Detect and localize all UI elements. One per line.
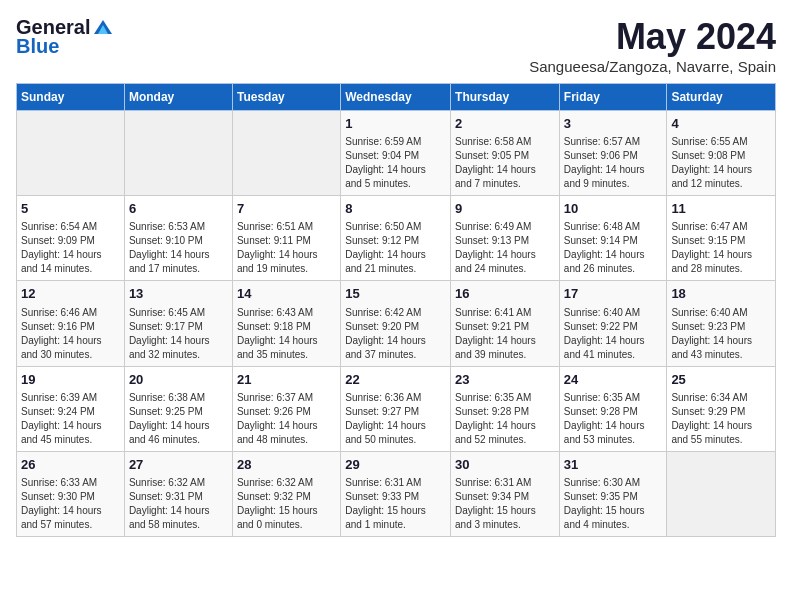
calendar-cell bbox=[17, 111, 125, 196]
day-info: Sunrise: 6:53 AM Sunset: 9:10 PM Dayligh… bbox=[129, 220, 228, 276]
calendar-table: SundayMondayTuesdayWednesdayThursdayFrid… bbox=[16, 83, 776, 537]
calendar-cell: 31Sunrise: 6:30 AM Sunset: 9:35 PM Dayli… bbox=[559, 451, 667, 536]
calendar-cell: 18Sunrise: 6:40 AM Sunset: 9:23 PM Dayli… bbox=[667, 281, 776, 366]
weekday-header-row: SundayMondayTuesdayWednesdayThursdayFrid… bbox=[17, 84, 776, 111]
calendar-week-row: 19Sunrise: 6:39 AM Sunset: 9:24 PM Dayli… bbox=[17, 366, 776, 451]
day-number: 8 bbox=[345, 200, 446, 218]
calendar-week-row: 12Sunrise: 6:46 AM Sunset: 9:16 PM Dayli… bbox=[17, 281, 776, 366]
day-info: Sunrise: 6:59 AM Sunset: 9:04 PM Dayligh… bbox=[345, 135, 446, 191]
logo-blue-text: Blue bbox=[16, 35, 59, 58]
day-number: 17 bbox=[564, 285, 663, 303]
calendar-cell bbox=[124, 111, 232, 196]
weekday-header-tuesday: Tuesday bbox=[232, 84, 340, 111]
day-info: Sunrise: 6:47 AM Sunset: 9:15 PM Dayligh… bbox=[671, 220, 771, 276]
calendar-cell: 15Sunrise: 6:42 AM Sunset: 9:20 PM Dayli… bbox=[341, 281, 451, 366]
calendar-cell: 29Sunrise: 6:31 AM Sunset: 9:33 PM Dayli… bbox=[341, 451, 451, 536]
day-info: Sunrise: 6:40 AM Sunset: 9:22 PM Dayligh… bbox=[564, 306, 663, 362]
calendar-cell: 21Sunrise: 6:37 AM Sunset: 9:26 PM Dayli… bbox=[232, 366, 340, 451]
day-number: 30 bbox=[455, 456, 555, 474]
calendar-week-row: 5Sunrise: 6:54 AM Sunset: 9:09 PM Daylig… bbox=[17, 196, 776, 281]
day-number: 23 bbox=[455, 371, 555, 389]
day-number: 22 bbox=[345, 371, 446, 389]
weekday-header-thursday: Thursday bbox=[451, 84, 560, 111]
calendar-cell: 26Sunrise: 6:33 AM Sunset: 9:30 PM Dayli… bbox=[17, 451, 125, 536]
calendar-cell: 20Sunrise: 6:38 AM Sunset: 9:25 PM Dayli… bbox=[124, 366, 232, 451]
day-info: Sunrise: 6:37 AM Sunset: 9:26 PM Dayligh… bbox=[237, 391, 336, 447]
calendar-cell: 3Sunrise: 6:57 AM Sunset: 9:06 PM Daylig… bbox=[559, 111, 667, 196]
calendar-cell: 19Sunrise: 6:39 AM Sunset: 9:24 PM Dayli… bbox=[17, 366, 125, 451]
day-info: Sunrise: 6:40 AM Sunset: 9:23 PM Dayligh… bbox=[671, 306, 771, 362]
weekday-header-sunday: Sunday bbox=[17, 84, 125, 111]
page-header: General Blue May 2024 Sangueesa/Zangoza,… bbox=[16, 16, 776, 75]
calendar-week-row: 26Sunrise: 6:33 AM Sunset: 9:30 PM Dayli… bbox=[17, 451, 776, 536]
day-info: Sunrise: 6:42 AM Sunset: 9:20 PM Dayligh… bbox=[345, 306, 446, 362]
day-info: Sunrise: 6:35 AM Sunset: 9:28 PM Dayligh… bbox=[564, 391, 663, 447]
day-number: 15 bbox=[345, 285, 446, 303]
day-info: Sunrise: 6:35 AM Sunset: 9:28 PM Dayligh… bbox=[455, 391, 555, 447]
day-info: Sunrise: 6:54 AM Sunset: 9:09 PM Dayligh… bbox=[21, 220, 120, 276]
calendar-cell: 6Sunrise: 6:53 AM Sunset: 9:10 PM Daylig… bbox=[124, 196, 232, 281]
day-info: Sunrise: 6:36 AM Sunset: 9:27 PM Dayligh… bbox=[345, 391, 446, 447]
day-info: Sunrise: 6:41 AM Sunset: 9:21 PM Dayligh… bbox=[455, 306, 555, 362]
day-number: 18 bbox=[671, 285, 771, 303]
day-info: Sunrise: 6:31 AM Sunset: 9:33 PM Dayligh… bbox=[345, 476, 446, 532]
day-number: 28 bbox=[237, 456, 336, 474]
day-info: Sunrise: 6:57 AM Sunset: 9:06 PM Dayligh… bbox=[564, 135, 663, 191]
day-number: 11 bbox=[671, 200, 771, 218]
day-info: Sunrise: 6:32 AM Sunset: 9:31 PM Dayligh… bbox=[129, 476, 228, 532]
day-number: 27 bbox=[129, 456, 228, 474]
day-number: 6 bbox=[129, 200, 228, 218]
day-number: 13 bbox=[129, 285, 228, 303]
day-info: Sunrise: 6:58 AM Sunset: 9:05 PM Dayligh… bbox=[455, 135, 555, 191]
day-info: Sunrise: 6:38 AM Sunset: 9:25 PM Dayligh… bbox=[129, 391, 228, 447]
day-info: Sunrise: 6:33 AM Sunset: 9:30 PM Dayligh… bbox=[21, 476, 120, 532]
location-title: Sangueesa/Zangoza, Navarre, Spain bbox=[529, 58, 776, 75]
day-number: 10 bbox=[564, 200, 663, 218]
day-number: 5 bbox=[21, 200, 120, 218]
day-number: 12 bbox=[21, 285, 120, 303]
day-number: 3 bbox=[564, 115, 663, 133]
logo: General Blue bbox=[16, 16, 114, 58]
calendar-cell: 16Sunrise: 6:41 AM Sunset: 9:21 PM Dayli… bbox=[451, 281, 560, 366]
calendar-cell: 25Sunrise: 6:34 AM Sunset: 9:29 PM Dayli… bbox=[667, 366, 776, 451]
day-number: 4 bbox=[671, 115, 771, 133]
calendar-cell: 5Sunrise: 6:54 AM Sunset: 9:09 PM Daylig… bbox=[17, 196, 125, 281]
calendar-cell bbox=[232, 111, 340, 196]
day-number: 2 bbox=[455, 115, 555, 133]
title-block: May 2024 Sangueesa/Zangoza, Navarre, Spa… bbox=[529, 16, 776, 75]
calendar-cell: 17Sunrise: 6:40 AM Sunset: 9:22 PM Dayli… bbox=[559, 281, 667, 366]
day-info: Sunrise: 6:31 AM Sunset: 9:34 PM Dayligh… bbox=[455, 476, 555, 532]
calendar-week-row: 1Sunrise: 6:59 AM Sunset: 9:04 PM Daylig… bbox=[17, 111, 776, 196]
day-number: 21 bbox=[237, 371, 336, 389]
calendar-cell: 10Sunrise: 6:48 AM Sunset: 9:14 PM Dayli… bbox=[559, 196, 667, 281]
calendar-cell: 24Sunrise: 6:35 AM Sunset: 9:28 PM Dayli… bbox=[559, 366, 667, 451]
day-info: Sunrise: 6:34 AM Sunset: 9:29 PM Dayligh… bbox=[671, 391, 771, 447]
calendar-cell: 30Sunrise: 6:31 AM Sunset: 9:34 PM Dayli… bbox=[451, 451, 560, 536]
weekday-header-wednesday: Wednesday bbox=[341, 84, 451, 111]
calendar-cell: 27Sunrise: 6:32 AM Sunset: 9:31 PM Dayli… bbox=[124, 451, 232, 536]
day-info: Sunrise: 6:55 AM Sunset: 9:08 PM Dayligh… bbox=[671, 135, 771, 191]
calendar-cell: 14Sunrise: 6:43 AM Sunset: 9:18 PM Dayli… bbox=[232, 281, 340, 366]
calendar-cell: 11Sunrise: 6:47 AM Sunset: 9:15 PM Dayli… bbox=[667, 196, 776, 281]
weekday-header-friday: Friday bbox=[559, 84, 667, 111]
weekday-header-monday: Monday bbox=[124, 84, 232, 111]
day-info: Sunrise: 6:45 AM Sunset: 9:17 PM Dayligh… bbox=[129, 306, 228, 362]
calendar-cell: 12Sunrise: 6:46 AM Sunset: 9:16 PM Dayli… bbox=[17, 281, 125, 366]
day-number: 26 bbox=[21, 456, 120, 474]
day-info: Sunrise: 6:30 AM Sunset: 9:35 PM Dayligh… bbox=[564, 476, 663, 532]
calendar-cell: 22Sunrise: 6:36 AM Sunset: 9:27 PM Dayli… bbox=[341, 366, 451, 451]
calendar-cell: 8Sunrise: 6:50 AM Sunset: 9:12 PM Daylig… bbox=[341, 196, 451, 281]
day-info: Sunrise: 6:48 AM Sunset: 9:14 PM Dayligh… bbox=[564, 220, 663, 276]
calendar-cell: 9Sunrise: 6:49 AM Sunset: 9:13 PM Daylig… bbox=[451, 196, 560, 281]
day-number: 29 bbox=[345, 456, 446, 474]
calendar-cell: 4Sunrise: 6:55 AM Sunset: 9:08 PM Daylig… bbox=[667, 111, 776, 196]
calendar-cell: 23Sunrise: 6:35 AM Sunset: 9:28 PM Dayli… bbox=[451, 366, 560, 451]
day-info: Sunrise: 6:51 AM Sunset: 9:11 PM Dayligh… bbox=[237, 220, 336, 276]
day-number: 20 bbox=[129, 371, 228, 389]
month-title: May 2024 bbox=[529, 16, 776, 58]
calendar-cell bbox=[667, 451, 776, 536]
day-number: 7 bbox=[237, 200, 336, 218]
calendar-cell: 1Sunrise: 6:59 AM Sunset: 9:04 PM Daylig… bbox=[341, 111, 451, 196]
day-info: Sunrise: 6:32 AM Sunset: 9:32 PM Dayligh… bbox=[237, 476, 336, 532]
day-info: Sunrise: 6:43 AM Sunset: 9:18 PM Dayligh… bbox=[237, 306, 336, 362]
